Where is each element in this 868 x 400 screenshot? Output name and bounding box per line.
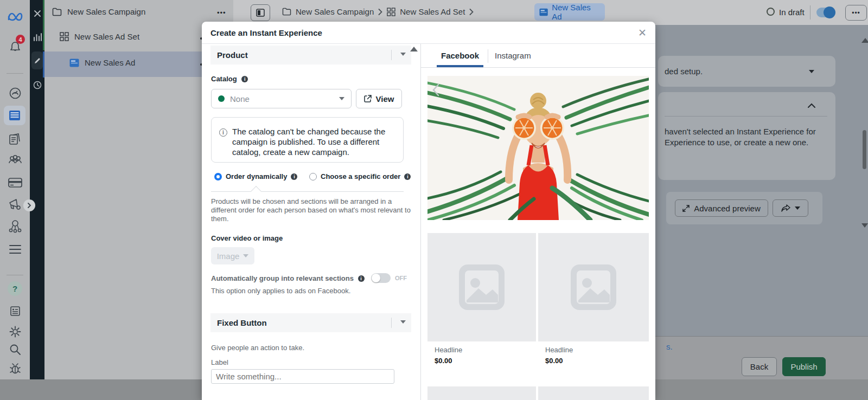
divider-notch [251,186,261,197]
cover-type-button[interactable]: Image [211,247,254,264]
setup-card: ded setup. [658,56,835,87]
auto-group-toggle[interactable] [371,273,391,283]
chevron-down-icon [795,207,800,210]
product-headline: Headline [435,346,462,354]
expand-rail-button[interactable] [23,199,35,211]
view-catalog-button[interactable]: View [356,89,402,108]
share-preview-button[interactable] [773,199,808,217]
share-arrow-icon [781,204,790,212]
close-icon[interactable]: ✕ [636,26,649,39]
campaigns-active-tile[interactable] [4,106,25,125]
catalog-select[interactable]: None [211,89,352,108]
chevron-down-icon[interactable] [400,320,406,324]
section-divider [391,50,392,60]
all-tools-icon[interactable] [0,240,30,259]
status-label: In draft [779,8,805,17]
radio-divider [211,191,404,192]
active-tab-underline [437,65,483,67]
edit-tool-active-tile[interactable] [31,51,43,69]
scrollbar-down-arrow[interactable] [861,223,868,228]
catalog-label: Catalog i [211,75,248,83]
publish-button[interactable]: Publish [782,357,826,376]
fixed-button-section-title: Fixed Button [217,318,267,327]
preview-hero-image [427,76,649,220]
scrollbar-thumb[interactable] [863,130,866,169]
partial-link[interactable]: s. [666,342,673,351]
settings-gear-icon[interactable] [0,322,30,341]
breadcrumb-ad-chip[interactable]: New Sales Ad [534,3,605,21]
section-divider [391,318,392,328]
image-placeholder-icon [567,261,620,313]
meta-logo-icon[interactable] [0,8,30,26]
preview-actions-container: Advanced preview [666,192,822,224]
product-price: $0.00 [435,357,452,365]
sidebar-divider [7,73,23,74]
campaign-row-menu[interactable]: ••• [217,9,226,17]
auto-group-label-text: Automatically group into relevant sectio… [211,274,354,282]
collapse-panel-button[interactable] [251,4,270,21]
tab-facebook[interactable]: Facebook [441,51,479,60]
info-icon[interactable]: i [404,173,411,180]
ad-toggle[interactable] [816,8,833,17]
tree-row-ad[interactable]: New Sales Ad [69,58,135,67]
label-caption: Label [211,358,228,366]
radio-choose-specific-order[interactable]: Choose a specific order i [309,172,411,180]
notifications-bell-icon[interactable]: 4 [0,38,30,56]
chevron-down-icon[interactable] [400,53,406,56]
view-button-label: View [376,94,394,104]
back-label: Back [750,362,768,371]
performance-chart-icon[interactable] [30,29,44,46]
dynamic-order-description: Products will be chosen and sections wil… [211,197,411,223]
scrollbar-up-arrow[interactable] [861,38,868,43]
tab-instagram[interactable]: Instagram [495,51,531,60]
info-icon[interactable]: i [241,76,248,82]
history-clock-icon[interactable] [30,77,44,93]
info-icon[interactable]: i [291,173,297,180]
card-divider [665,116,827,117]
chevron-right-icon [469,9,474,15]
audiences-icon[interactable] [0,151,30,169]
info-icon[interactable]: i [358,275,365,282]
woman-with-oranges-photo [427,76,649,220]
radio-dynamic-label: Order dynamically [226,172,287,180]
topbar-divider [810,5,810,20]
external-link-icon [364,95,372,102]
form-scroll-up-arrow[interactable] [410,47,418,51]
billing-icon[interactable] [0,173,30,192]
breadcrumb-campaign[interactable]: New Sales Campaign [296,7,374,16]
tree-ad-label: New Sales Ad [85,58,135,67]
carousel-previous-icon[interactable] [432,83,439,96]
ads-reporting-icon[interactable] [0,130,30,149]
topbar-more-button[interactable]: ••• [845,5,867,21]
help-icon[interactable]: ? [8,281,22,296]
modal-title: Create an Instant Experience [210,28,322,37]
info-icon: i [219,128,227,137]
folder-icon [282,8,291,16]
fixed-button-section-header[interactable]: Fixed Button [210,313,411,332]
chevron-down-icon[interactable] [809,70,814,73]
button-label-input[interactable] [211,369,394,384]
back-button[interactable]: Back [742,357,777,376]
product-section-title: Product [217,50,248,60]
modal-header: Create an Instant Experience ✕ [202,22,655,44]
report-bug-icon[interactable] [0,359,30,378]
account-overview-icon[interactable] [0,84,30,102]
ads-manager-screen: 4 ? [0,0,868,400]
product-section-header[interactable]: Product [210,46,411,64]
close-editor-icon[interactable] [30,5,44,22]
tree-row-adset[interactable]: New Sales Ad Set [60,32,139,41]
radio-order-dynamically[interactable]: Order dynamically i [214,172,297,180]
notices-icon[interactable] [0,302,30,320]
column-divider [420,44,421,400]
advanced-preview-button[interactable]: Advanced preview [675,199,768,217]
setup-card-text: ded setup. [665,67,703,76]
business-assets-icon[interactable] [0,217,30,235]
search-icon[interactable] [0,340,30,359]
product-headline: Headline [545,346,573,354]
tree-campaign-label: New Sales Campaign [67,7,145,16]
tree-row-campaign[interactable]: New Sales Campaign [52,7,145,16]
toggle-knob [824,7,835,18]
chevron-up-icon[interactable] [808,103,815,108]
breadcrumb-adset[interactable]: New Sales Ad Set [400,7,465,16]
catalog-info-text: The catalog can't be changed because the… [232,126,395,157]
